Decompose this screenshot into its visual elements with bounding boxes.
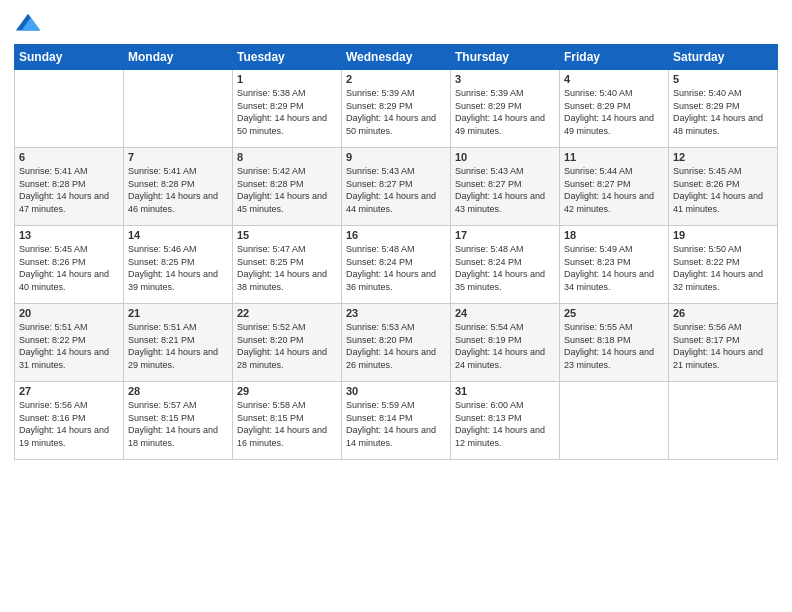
day-number: 25 — [564, 307, 664, 319]
day-number: 31 — [455, 385, 555, 397]
cell-info: Sunrise: 5:47 AM Sunset: 8:25 PM Dayligh… — [237, 243, 337, 293]
day-number: 19 — [673, 229, 773, 241]
day-number: 21 — [128, 307, 228, 319]
weekday-header: Sunday — [15, 45, 124, 70]
cell-info: Sunrise: 5:41 AM Sunset: 8:28 PM Dayligh… — [19, 165, 119, 215]
calendar-cell — [560, 382, 669, 460]
day-number: 2 — [346, 73, 446, 85]
header — [14, 10, 778, 38]
calendar-cell: 17Sunrise: 5:48 AM Sunset: 8:24 PM Dayli… — [451, 226, 560, 304]
logo-icon — [14, 10, 42, 38]
cell-info: Sunrise: 5:55 AM Sunset: 8:18 PM Dayligh… — [564, 321, 664, 371]
cell-info: Sunrise: 5:50 AM Sunset: 8:22 PM Dayligh… — [673, 243, 773, 293]
page: SundayMondayTuesdayWednesdayThursdayFrid… — [0, 0, 792, 612]
cell-info: Sunrise: 5:46 AM Sunset: 8:25 PM Dayligh… — [128, 243, 228, 293]
calendar-cell: 9Sunrise: 5:43 AM Sunset: 8:27 PM Daylig… — [342, 148, 451, 226]
cell-info: Sunrise: 5:48 AM Sunset: 8:24 PM Dayligh… — [346, 243, 446, 293]
calendar-cell: 11Sunrise: 5:44 AM Sunset: 8:27 PM Dayli… — [560, 148, 669, 226]
cell-info: Sunrise: 5:39 AM Sunset: 8:29 PM Dayligh… — [455, 87, 555, 137]
day-number: 6 — [19, 151, 119, 163]
cell-info: Sunrise: 5:49 AM Sunset: 8:23 PM Dayligh… — [564, 243, 664, 293]
calendar-header: SundayMondayTuesdayWednesdayThursdayFrid… — [15, 45, 778, 70]
cell-info: Sunrise: 5:54 AM Sunset: 8:19 PM Dayligh… — [455, 321, 555, 371]
cell-info: Sunrise: 5:59 AM Sunset: 8:14 PM Dayligh… — [346, 399, 446, 449]
calendar-cell: 14Sunrise: 5:46 AM Sunset: 8:25 PM Dayli… — [124, 226, 233, 304]
calendar-body: 1Sunrise: 5:38 AM Sunset: 8:29 PM Daylig… — [15, 70, 778, 460]
weekday-header: Thursday — [451, 45, 560, 70]
calendar-cell: 22Sunrise: 5:52 AM Sunset: 8:20 PM Dayli… — [233, 304, 342, 382]
cell-info: Sunrise: 5:44 AM Sunset: 8:27 PM Dayligh… — [564, 165, 664, 215]
cell-info: Sunrise: 5:48 AM Sunset: 8:24 PM Dayligh… — [455, 243, 555, 293]
day-number: 29 — [237, 385, 337, 397]
cell-info: Sunrise: 6:00 AM Sunset: 8:13 PM Dayligh… — [455, 399, 555, 449]
logo — [14, 10, 46, 38]
calendar-week-row: 6Sunrise: 5:41 AM Sunset: 8:28 PM Daylig… — [15, 148, 778, 226]
cell-info: Sunrise: 5:45 AM Sunset: 8:26 PM Dayligh… — [19, 243, 119, 293]
day-number: 5 — [673, 73, 773, 85]
calendar-cell: 12Sunrise: 5:45 AM Sunset: 8:26 PM Dayli… — [669, 148, 778, 226]
day-number: 1 — [237, 73, 337, 85]
cell-info: Sunrise: 5:40 AM Sunset: 8:29 PM Dayligh… — [564, 87, 664, 137]
calendar-cell: 3Sunrise: 5:39 AM Sunset: 8:29 PM Daylig… — [451, 70, 560, 148]
calendar-cell: 26Sunrise: 5:56 AM Sunset: 8:17 PM Dayli… — [669, 304, 778, 382]
day-number: 22 — [237, 307, 337, 319]
calendar-cell: 23Sunrise: 5:53 AM Sunset: 8:20 PM Dayli… — [342, 304, 451, 382]
calendar-cell: 31Sunrise: 6:00 AM Sunset: 8:13 PM Dayli… — [451, 382, 560, 460]
calendar-cell: 27Sunrise: 5:56 AM Sunset: 8:16 PM Dayli… — [15, 382, 124, 460]
calendar-table: SundayMondayTuesdayWednesdayThursdayFrid… — [14, 44, 778, 460]
calendar-cell — [15, 70, 124, 148]
cell-info: Sunrise: 5:53 AM Sunset: 8:20 PM Dayligh… — [346, 321, 446, 371]
weekday-header: Tuesday — [233, 45, 342, 70]
cell-info: Sunrise: 5:38 AM Sunset: 8:29 PM Dayligh… — [237, 87, 337, 137]
day-number: 7 — [128, 151, 228, 163]
cell-info: Sunrise: 5:40 AM Sunset: 8:29 PM Dayligh… — [673, 87, 773, 137]
weekday-header: Saturday — [669, 45, 778, 70]
calendar-cell: 16Sunrise: 5:48 AM Sunset: 8:24 PM Dayli… — [342, 226, 451, 304]
cell-info: Sunrise: 5:39 AM Sunset: 8:29 PM Dayligh… — [346, 87, 446, 137]
calendar-week-row: 13Sunrise: 5:45 AM Sunset: 8:26 PM Dayli… — [15, 226, 778, 304]
day-number: 28 — [128, 385, 228, 397]
calendar-cell: 8Sunrise: 5:42 AM Sunset: 8:28 PM Daylig… — [233, 148, 342, 226]
cell-info: Sunrise: 5:41 AM Sunset: 8:28 PM Dayligh… — [128, 165, 228, 215]
calendar-cell: 21Sunrise: 5:51 AM Sunset: 8:21 PM Dayli… — [124, 304, 233, 382]
cell-info: Sunrise: 5:57 AM Sunset: 8:15 PM Dayligh… — [128, 399, 228, 449]
day-number: 14 — [128, 229, 228, 241]
calendar-cell: 15Sunrise: 5:47 AM Sunset: 8:25 PM Dayli… — [233, 226, 342, 304]
calendar-week-row: 1Sunrise: 5:38 AM Sunset: 8:29 PM Daylig… — [15, 70, 778, 148]
day-number: 23 — [346, 307, 446, 319]
day-number: 13 — [19, 229, 119, 241]
cell-info: Sunrise: 5:51 AM Sunset: 8:21 PM Dayligh… — [128, 321, 228, 371]
day-number: 20 — [19, 307, 119, 319]
day-number: 12 — [673, 151, 773, 163]
cell-info: Sunrise: 5:52 AM Sunset: 8:20 PM Dayligh… — [237, 321, 337, 371]
cell-info: Sunrise: 5:56 AM Sunset: 8:16 PM Dayligh… — [19, 399, 119, 449]
day-number: 27 — [19, 385, 119, 397]
calendar-cell: 24Sunrise: 5:54 AM Sunset: 8:19 PM Dayli… — [451, 304, 560, 382]
calendar-cell: 2Sunrise: 5:39 AM Sunset: 8:29 PM Daylig… — [342, 70, 451, 148]
calendar-week-row: 27Sunrise: 5:56 AM Sunset: 8:16 PM Dayli… — [15, 382, 778, 460]
day-number: 16 — [346, 229, 446, 241]
calendar-cell: 30Sunrise: 5:59 AM Sunset: 8:14 PM Dayli… — [342, 382, 451, 460]
calendar-cell: 1Sunrise: 5:38 AM Sunset: 8:29 PM Daylig… — [233, 70, 342, 148]
cell-info: Sunrise: 5:51 AM Sunset: 8:22 PM Dayligh… — [19, 321, 119, 371]
cell-info: Sunrise: 5:43 AM Sunset: 8:27 PM Dayligh… — [455, 165, 555, 215]
cell-info: Sunrise: 5:45 AM Sunset: 8:26 PM Dayligh… — [673, 165, 773, 215]
calendar-week-row: 20Sunrise: 5:51 AM Sunset: 8:22 PM Dayli… — [15, 304, 778, 382]
calendar-cell: 20Sunrise: 5:51 AM Sunset: 8:22 PM Dayli… — [15, 304, 124, 382]
calendar-cell: 28Sunrise: 5:57 AM Sunset: 8:15 PM Dayli… — [124, 382, 233, 460]
weekday-header: Monday — [124, 45, 233, 70]
day-number: 11 — [564, 151, 664, 163]
calendar-cell: 5Sunrise: 5:40 AM Sunset: 8:29 PM Daylig… — [669, 70, 778, 148]
calendar-cell: 19Sunrise: 5:50 AM Sunset: 8:22 PM Dayli… — [669, 226, 778, 304]
day-number: 15 — [237, 229, 337, 241]
day-number: 24 — [455, 307, 555, 319]
day-number: 18 — [564, 229, 664, 241]
calendar-cell — [124, 70, 233, 148]
cell-info: Sunrise: 5:56 AM Sunset: 8:17 PM Dayligh… — [673, 321, 773, 371]
cell-info: Sunrise: 5:43 AM Sunset: 8:27 PM Dayligh… — [346, 165, 446, 215]
cell-info: Sunrise: 5:42 AM Sunset: 8:28 PM Dayligh… — [237, 165, 337, 215]
weekday-header: Friday — [560, 45, 669, 70]
day-number: 8 — [237, 151, 337, 163]
day-number: 4 — [564, 73, 664, 85]
day-number: 9 — [346, 151, 446, 163]
